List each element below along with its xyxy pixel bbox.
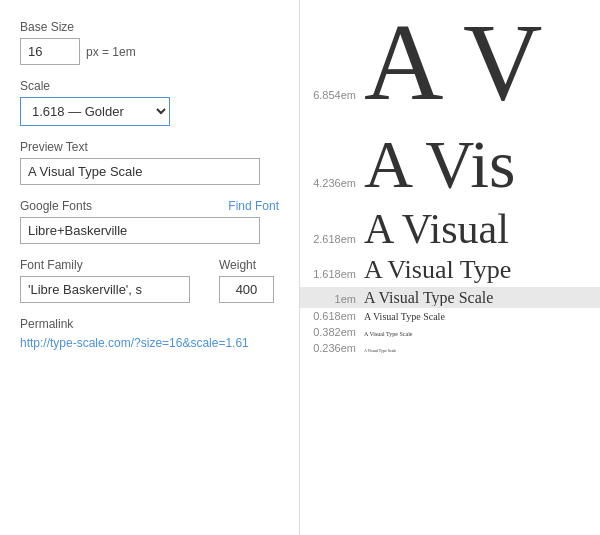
scale-text-display: A Vis	[364, 127, 516, 202]
base-size-group: Base Size px = 1em	[20, 20, 279, 65]
scale-list-item: 1.618emA Visual Type	[300, 254, 600, 287]
preview-text-input[interactable]	[20, 158, 260, 185]
permalink-label: Permalink	[20, 317, 279, 331]
scale-em-label: 2.618em	[310, 233, 356, 245]
left-panel: Base Size px = 1em Scale 1.067 — Minor S…	[0, 0, 300, 535]
scale-text-display: A Visual	[364, 206, 509, 252]
scale-group: Scale 1.067 — Minor Second1.125 — Major …	[20, 79, 279, 126]
permalink-group: Permalink http://type-scale.com/?size=16…	[20, 317, 279, 350]
google-fonts-label: Google Fonts	[20, 199, 92, 213]
scale-em-label: 4.236em	[310, 177, 356, 189]
find-font-link[interactable]: Find Font	[228, 199, 279, 213]
scale-list-item: 0.236emA Visual Type Scale	[300, 340, 600, 356]
scale-text-display: A V	[364, 2, 542, 123]
preview-text-group: Preview Text	[20, 140, 279, 185]
weight-input[interactable]	[219, 276, 274, 303]
font-family-input[interactable]	[20, 276, 190, 303]
scale-list-item: 4.236emA Vis	[300, 125, 600, 204]
scale-list-item: 1emA Visual Type Scale	[300, 287, 600, 309]
base-size-input[interactable]	[20, 38, 80, 65]
scale-list-item: 0.618emA Visual Type Scale	[300, 308, 600, 324]
font-family-group: Font Family Weight	[20, 258, 279, 303]
scale-em-label: 0.236em	[310, 342, 356, 354]
scale-text-display: A Visual Type	[364, 256, 511, 285]
scale-select[interactable]: 1.067 — Minor Second1.125 — Major Second…	[20, 97, 170, 126]
scale-em-label: 6.854em	[310, 89, 356, 101]
font-family-label: Font Family	[20, 258, 209, 272]
google-fonts-input[interactable]	[20, 217, 260, 244]
weight-label: Weight	[219, 258, 279, 272]
scale-label: Scale	[20, 79, 279, 93]
scale-em-label: 0.618em	[310, 310, 356, 322]
google-fonts-group: Google Fonts Find Font	[20, 199, 279, 244]
scale-list-item: 0.382emA Visual Type Scale	[300, 324, 600, 340]
base-size-unit: px = 1em	[86, 45, 136, 59]
scale-list-item: 6.854emA V	[300, 0, 600, 125]
scale-em-label: 1.618em	[310, 268, 356, 280]
scale-text-display: A Visual Type Scale	[364, 311, 445, 322]
base-size-label: Base Size	[20, 20, 279, 34]
scale-list-item: 2.618emA Visual	[300, 204, 600, 254]
scale-text-display: A Visual Type Scale	[364, 289, 493, 307]
right-panel: 6.854emA V4.236emA Vis2.618emA Visual1.6…	[300, 0, 600, 535]
permalink-link[interactable]: http://type-scale.com/?size=16&scale=1.6…	[20, 336, 249, 350]
preview-text-label: Preview Text	[20, 140, 279, 154]
scale-em-label: 1em	[310, 293, 356, 305]
scale-list: 6.854emA V4.236emA Vis2.618emA Visual1.6…	[300, 0, 600, 356]
scale-em-label: 0.382em	[310, 326, 356, 338]
scale-text-display: A Visual Type Scale	[364, 349, 396, 353]
scale-text-display: A Visual Type Scale	[364, 331, 413, 338]
